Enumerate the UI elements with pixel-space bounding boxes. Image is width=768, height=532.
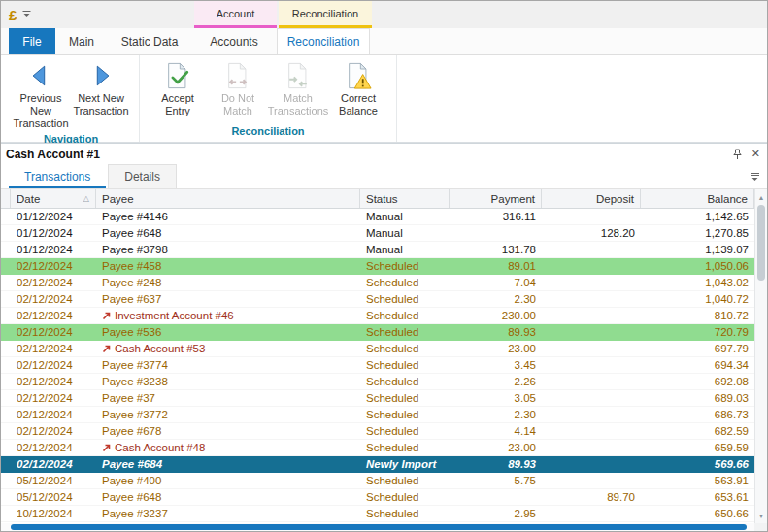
transfer-arrow-icon bbox=[102, 312, 111, 320]
panel-tab-transactions[interactable]: Transactions bbox=[9, 165, 106, 188]
vertical-scrollbar[interactable]: ▲ ▼ bbox=[754, 189, 767, 523]
panel-tab-details[interactable]: Details bbox=[108, 164, 177, 188]
cell-status: Manual bbox=[360, 209, 450, 224]
transaction-row[interactable]: 02/12/2024Payee #37Scheduled3.05689.03 bbox=[1, 390, 754, 407]
cell-deposit bbox=[542, 473, 641, 488]
ribbon-tab-file[interactable]: File bbox=[9, 28, 55, 54]
cell-payee: Payee #678 bbox=[96, 423, 360, 439]
column-header-payee[interactable]: Payee bbox=[96, 189, 360, 208]
ribbon-tab-main[interactable]: Main bbox=[57, 28, 106, 54]
do-not-match-button: Do Not Match bbox=[208, 57, 268, 117]
cell-payment: 3.05 bbox=[450, 390, 542, 406]
app-window: £ Account Reconciliation FileMainStatic … bbox=[0, 0, 768, 532]
cell-date: 02/12/2024 bbox=[11, 291, 96, 307]
vertical-scrollbar-thumb[interactable] bbox=[757, 205, 765, 281]
cell-deposit bbox=[542, 308, 641, 323]
row-indicator bbox=[1, 456, 11, 472]
currency-app-icon[interactable]: £ bbox=[9, 8, 17, 22]
ribbon-tab-accounts[interactable]: Accounts bbox=[193, 28, 275, 54]
column-header-status[interactable]: Status bbox=[360, 189, 450, 208]
match-transactions-icon bbox=[284, 60, 312, 90]
cell-payment: 2.30 bbox=[450, 407, 542, 422]
transaction-row[interactable]: 02/12/2024Payee #684Newly Import89.93569… bbox=[1, 456, 754, 473]
column-header-deposit[interactable]: Deposit bbox=[542, 189, 641, 208]
contextual-category-reconciliation: Reconciliation bbox=[279, 1, 372, 28]
cell-date: 02/12/2024 bbox=[11, 390, 96, 406]
row-indicator bbox=[1, 473, 11, 488]
column-header-date[interactable]: Date△ bbox=[11, 189, 96, 208]
transaction-row[interactable]: 02/12/2024Cash Account #53Scheduled23.00… bbox=[1, 341, 754, 357]
transaction-row[interactable]: 10/12/2024Payee #3237Scheduled2.95650.66 bbox=[1, 506, 754, 522]
cell-deposit bbox=[542, 374, 641, 389]
payee-name: Payee #678 bbox=[102, 425, 161, 437]
horizontal-scrollbar[interactable] bbox=[1, 523, 754, 531]
transaction-row[interactable]: 02/12/2024Payee #3238Scheduled2.26692.08 bbox=[1, 374, 754, 390]
qat-dropdown-icon[interactable] bbox=[22, 11, 31, 18]
cell-status: Scheduled bbox=[360, 473, 450, 488]
cell-payment: 316.11 bbox=[450, 209, 542, 224]
cell-payee: Payee #684 bbox=[96, 456, 360, 472]
cell-balance: 1,142.65 bbox=[641, 209, 754, 224]
cell-balance: 653.61 bbox=[641, 489, 754, 505]
transaction-row[interactable]: 02/12/2024Payee #3772Scheduled2.30686.73 bbox=[1, 407, 754, 423]
do-not-match-icon bbox=[224, 60, 251, 90]
payee-name: Cash Account #48 bbox=[115, 442, 205, 453]
cell-status: Scheduled bbox=[360, 341, 450, 356]
transaction-row[interactable]: 05/12/2024Payee #648Scheduled89.70653.61 bbox=[1, 489, 754, 506]
cell-status: Manual bbox=[360, 242, 450, 257]
accept-entry-icon bbox=[164, 60, 191, 90]
transaction-row[interactable]: 01/12/2024Payee #4146Manual316.111,142.6… bbox=[1, 209, 754, 225]
scroll-down-icon[interactable]: ▼ bbox=[755, 510, 767, 521]
cell-date: 01/12/2024 bbox=[11, 242, 96, 257]
next-new-transaction-button[interactable]: Next New Transaction bbox=[71, 57, 131, 117]
transaction-row[interactable]: 01/12/2024Payee #648Manual128.201,270.85 bbox=[1, 225, 754, 242]
transaction-row[interactable]: 02/12/2024Payee #536Scheduled89.93720.79 bbox=[1, 324, 754, 341]
ribbon-tab-static-data[interactable]: Static Data bbox=[108, 28, 191, 54]
cell-deposit bbox=[542, 291, 641, 307]
accept-entry-button[interactable]: Accept Entry bbox=[148, 57, 208, 117]
column-header-balance[interactable]: Balance bbox=[641, 189, 754, 208]
cell-payment: 2.95 bbox=[450, 506, 542, 521]
transaction-row[interactable]: 02/12/2024Payee #248Scheduled7.041,043.0… bbox=[1, 275, 754, 291]
cell-deposit bbox=[542, 242, 641, 257]
payee-name: Payee #3798 bbox=[102, 244, 168, 255]
horizontal-scrollbar-thumb[interactable] bbox=[11, 524, 747, 530]
tab-list-dropdown-icon[interactable] bbox=[750, 172, 760, 182]
transactions-grid: Date△PayeeStatusPaymentDepositBalance 01… bbox=[1, 189, 767, 531]
ribbon-tab-reconciliation[interactable]: Reconciliation bbox=[277, 28, 370, 54]
cell-payee: Payee #3237 bbox=[96, 506, 360, 521]
scroll-up-icon[interactable]: ▲ bbox=[755, 191, 767, 203]
previous-new-transaction-button[interactable]: Previous New Transaction bbox=[11, 57, 71, 131]
correct-balance-button[interactable]: Correct Balance bbox=[328, 57, 388, 117]
cell-balance: 563.91 bbox=[641, 473, 754, 488]
cell-payee: Payee #3798 bbox=[96, 242, 360, 257]
cell-deposit bbox=[542, 440, 641, 455]
cell-payment: 89.01 bbox=[450, 258, 542, 274]
transaction-row[interactable]: 02/12/2024Payee #458Scheduled89.011,050.… bbox=[1, 258, 754, 275]
ribbon-button-label: Previous New Transaction bbox=[11, 92, 71, 131]
transaction-row[interactable]: 02/12/2024Payee #678Scheduled4.14682.59 bbox=[1, 423, 754, 440]
cell-deposit bbox=[542, 357, 641, 373]
ribbon-group-reconciliation: Accept EntryDo Not MatchMatch Transactio… bbox=[140, 55, 397, 142]
row-indicator-header bbox=[1, 189, 11, 208]
cell-payment: 3.45 bbox=[450, 357, 542, 373]
column-header-payment[interactable]: Payment bbox=[450, 189, 542, 208]
transaction-row[interactable]: 02/12/2024Cash Account #48Scheduled23.00… bbox=[1, 440, 754, 456]
cell-deposit bbox=[542, 258, 641, 274]
transaction-row[interactable]: 02/12/2024Investment Account #46Schedule… bbox=[1, 308, 754, 324]
ribbon-group-buttons: Previous New TransactionNext New Transac… bbox=[11, 57, 131, 131]
pin-icon[interactable] bbox=[732, 149, 743, 160]
cell-payee: Cash Account #48 bbox=[96, 440, 360, 455]
transfer-arrow-icon bbox=[102, 345, 111, 353]
transaction-row[interactable]: 02/12/2024Payee #637Scheduled2.301,040.7… bbox=[1, 291, 754, 308]
close-icon[interactable]: ✕ bbox=[751, 149, 760, 159]
transaction-row[interactable]: 02/12/2024Payee #3774Scheduled3.45694.34 bbox=[1, 357, 754, 374]
transaction-row[interactable]: 01/12/2024Payee #3798Manual131.781,139.0… bbox=[1, 242, 754, 258]
panel-header: Cash Account #1 ✕ bbox=[1, 143, 767, 164]
cell-status: Scheduled bbox=[360, 489, 450, 505]
correct-balance-icon bbox=[345, 60, 372, 90]
cell-balance: 720.79 bbox=[641, 324, 754, 340]
cell-deposit bbox=[542, 506, 641, 521]
transaction-row[interactable]: 05/12/2024Payee #400Scheduled5.75563.91 bbox=[1, 473, 754, 489]
row-indicator bbox=[1, 407, 11, 422]
